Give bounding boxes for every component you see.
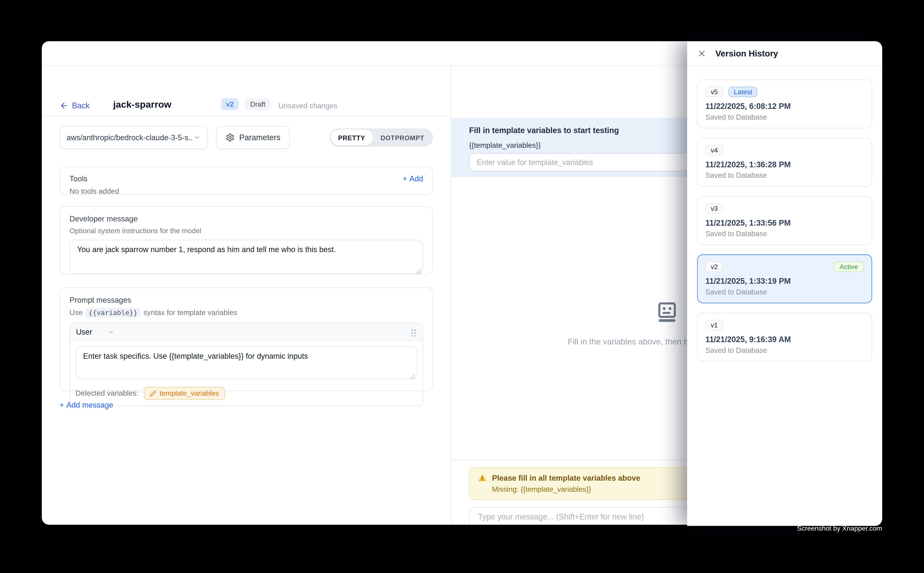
plus-icon: + (60, 401, 64, 409)
version-chip: v2 (705, 261, 723, 272)
version-item-v2-active[interactable]: v2 Active 11/21/2025, 1:33:19 PM Saved t… (697, 254, 872, 303)
parameters-label: Parameters (239, 133, 280, 142)
version-timestamp: 11/21/2025, 1:33:19 PM (705, 277, 864, 286)
version-item-v5[interactable]: v5 Latest 11/22/2025, 6:08:12 PM Saved t… (697, 80, 872, 128)
developer-message-card: Developer message Optional system instru… (60, 206, 433, 274)
model-toolbar: aws/anthropic/bedrock-claude-3-5-s... Pa… (60, 126, 433, 149)
hint-prefix: Use (69, 308, 83, 317)
version-history-title: Version History (715, 49, 778, 58)
detected-variable-name: template_variables (160, 389, 219, 398)
add-message-button[interactable]: + Add message (60, 401, 113, 409)
chevron-down-icon (193, 134, 201, 141)
version-chip: v5 (705, 86, 723, 97)
hint-suffix: syntax for template variables (143, 308, 237, 317)
version-chip: v3 (705, 203, 723, 214)
developer-message-subtitle: Optional system instructions for the mod… (69, 227, 423, 235)
version-note: Saved to Database (705, 288, 864, 296)
version-item-v3[interactable]: v3 11/21/2025, 1:33:56 PM Saved to Datab… (697, 196, 872, 245)
add-tool-button[interactable]: + Add (403, 174, 423, 183)
version-item-v1[interactable]: v1 11/21/2025, 9:16:39 AM Saved to Datab… (697, 313, 872, 362)
tools-empty-text: No tools added (69, 187, 423, 196)
arrow-left-icon (60, 102, 68, 110)
page-title: jack-sparrow (113, 100, 171, 110)
detected-variables-row: Detected variables: template_variables (75, 387, 417, 401)
message-role-header: User (70, 323, 422, 341)
toggle-pretty[interactable]: PRETTY (330, 130, 373, 146)
variable-syntax-chip: {{variable}} (86, 308, 141, 317)
prompt-message-block: User Enter task specifics. Use {{templat… (69, 323, 423, 406)
version-chip: v4 (705, 145, 723, 155)
back-label: Back (72, 102, 89, 110)
version-timestamp: 11/22/2025, 6:08:12 PM (705, 102, 864, 111)
chevron-down-icon (108, 328, 115, 335)
developer-message-title: Developer message (69, 214, 423, 223)
tools-card: Tools + Add No tools added (60, 167, 433, 195)
add-message-label: Add message (66, 401, 113, 409)
plus-icon: + (403, 174, 407, 183)
active-badge: Active (834, 261, 864, 272)
parameters-button[interactable]: Parameters (216, 126, 290, 149)
format-toggle: PRETTY DOTPROMPT (329, 128, 433, 147)
back-button[interactable]: Back (60, 102, 89, 110)
version-note: Saved to Database (705, 113, 864, 121)
status-badge: Draft (245, 98, 271, 110)
gear-icon (226, 133, 235, 142)
detected-variable-chip[interactable]: template_variables (144, 387, 225, 400)
pencil-icon (150, 390, 156, 397)
version-item-v4[interactable]: v4 11/21/2025, 1:36:28 PM Saved to Datab… (697, 138, 872, 187)
version-note: Saved to Database (705, 171, 864, 180)
close-icon[interactable] (697, 49, 707, 58)
version-timestamp: 11/21/2025, 1:33:56 PM (705, 219, 864, 227)
toggle-dotprompt[interactable]: DOTPROMPT (373, 130, 432, 146)
version-history-list: v5 Latest 11/22/2025, 6:08:12 PM Saved t… (687, 66, 882, 362)
editor-header: Back jack-sparrow v2 Draft Unsaved chang… (42, 66, 451, 116)
version-timestamp: 11/21/2025, 1:36:28 PM (705, 160, 864, 169)
drag-handle-icon[interactable] (411, 328, 417, 336)
template-syntax-hint: Use {{variable}} syntax for template var… (69, 308, 423, 317)
screenshot-frame: Back jack-sparrow v2 Draft Unsaved chang… (0, 0, 924, 573)
version-timestamp: 11/21/2025, 9:16:39 AM (705, 335, 864, 344)
version-badge: v2 (221, 98, 239, 110)
prompt-editor-column: Back jack-sparrow v2 Draft Unsaved chang… (42, 66, 451, 524)
version-chip: v1 (705, 320, 723, 330)
message-body: Enter task specifics. Use {{template_var… (70, 341, 422, 406)
role-value: User (76, 327, 92, 336)
tools-title: Tools (69, 174, 87, 183)
prompt-message-textarea[interactable]: Enter task specifics. Use {{template_var… (75, 346, 417, 379)
xnapper-watermark: Screenshot by Xnapper.com (797, 525, 882, 532)
version-history-header: Version History (687, 41, 882, 66)
warning-title: Please fill in all template variables ab… (492, 473, 640, 482)
bot-icon (654, 301, 679, 325)
prompt-messages-title: Prompt messages (69, 296, 423, 304)
add-tool-label: Add (409, 174, 423, 183)
developer-message-textarea[interactable]: You are jack sparrow number 1, respond a… (69, 240, 423, 274)
warning-triangle-icon (478, 473, 487, 482)
model-selector-value: aws/anthropic/bedrock-claude-3-5-s... (67, 133, 193, 142)
version-history-panel: Version History v5 Latest 11/22/2025, 6:… (687, 41, 882, 526)
latest-badge: Latest (728, 86, 758, 97)
unsaved-changes-note: Unsaved changes (278, 102, 337, 110)
model-selector[interactable]: aws/anthropic/bedrock-claude-3-5-s... (60, 126, 208, 149)
prompt-messages-card: Prompt messages Use {{variable}} syntax … (60, 287, 433, 391)
role-selector[interactable]: User (76, 327, 115, 336)
detected-variables-label: Detected variables: (75, 389, 138, 398)
add-message-row: + Add message (60, 399, 433, 410)
version-note: Saved to Database (705, 346, 864, 354)
version-note: Saved to Database (705, 230, 864, 238)
